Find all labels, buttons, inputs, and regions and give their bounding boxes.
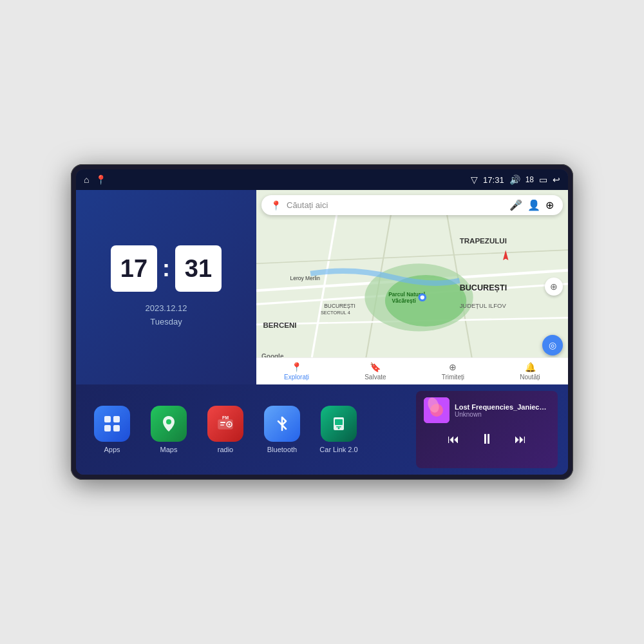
app-icon-apps[interactable]: Apps (86, 406, 138, 453)
status-left-icons: ⌂ 📍 (84, 175, 106, 185)
svg-text:BUCUREȘTI: BUCUREȘTI (324, 303, 355, 309)
explore-label: Explorați (284, 374, 309, 381)
signal-icon: ▽ (471, 175, 478, 185)
saved-label: Salvate (365, 374, 386, 381)
map-nav-explore[interactable]: 📍 Explorați (284, 362, 309, 381)
app-icon-maps[interactable]: Maps (143, 406, 194, 453)
map-location-fab[interactable]: ◎ (542, 335, 563, 355)
svg-rect-31 (220, 424, 224, 426)
maps-label: Maps (160, 446, 178, 453)
send-label: Trimiteți (442, 374, 464, 381)
map-search-placeholder[interactable]: Căutați aici (287, 200, 504, 210)
send-icon: ⊕ (449, 362, 457, 372)
svg-text:Văcărești: Văcărești (392, 298, 415, 304)
bluetooth-label: Bluetooth (267, 446, 297, 453)
bluetooth-icon-bg (264, 406, 300, 442)
svg-rect-35 (336, 426, 341, 428)
status-right-info: ▽ 17:31 🔊 18 ▭ ↩ (471, 175, 560, 185)
map-logo-icon: 📍 (270, 200, 281, 211)
music-title: Lost Frequencies_Janieck Devy-... (455, 403, 550, 411)
apps-label: Apps (104, 446, 120, 453)
music-artist: Unknown (455, 411, 550, 418)
map-layers-icon[interactable]: ⊕ (545, 199, 554, 211)
map-compass[interactable]: ⊕ (545, 278, 563, 296)
map-account-icon[interactable]: 👤 (527, 199, 540, 211)
svg-rect-34 (335, 419, 343, 425)
apps-icon-bg (94, 406, 130, 442)
car-display-device: ⌂ 📍 ▽ 17:31 🔊 18 ▭ ↩ 17 : (71, 164, 573, 480)
battery-icon: ▭ (539, 175, 547, 185)
svg-rect-24 (104, 425, 111, 431)
carlink-icon-bg (321, 406, 357, 442)
status-bar: ⌂ 📍 ▽ 17:31 🔊 18 ▭ ↩ (76, 169, 568, 190)
day-value: Tuesday (145, 316, 187, 329)
svg-point-29 (229, 424, 231, 426)
svg-text:JUDEȚUL ILFOV: JUDEȚUL ILFOV (460, 302, 507, 309)
maps-icon[interactable]: 📍 (95, 175, 106, 185)
clock-hours: 17 (111, 245, 157, 292)
radio-icon-bg: FM (207, 406, 243, 442)
clock-separator: : (162, 255, 170, 282)
svg-text:BUCUREȘTI: BUCUREȘTI (460, 283, 507, 292)
map-search-actions: 🎤 👤 ⊕ (509, 199, 554, 211)
clock-widget: 17 : 31 2023.12.12 Tuesday (76, 190, 256, 384)
main-content: 17 : 31 2023.12.12 Tuesday (76, 190, 568, 475)
svg-text:SECTORUL 4: SECTORUL 4 (321, 310, 350, 316)
volume-icon: 🔊 (509, 175, 520, 185)
clock-display: 17 : 31 (111, 245, 222, 292)
svg-rect-25 (113, 425, 120, 431)
music-info: Lost Frequencies_Janieck Devy-... Unknow… (424, 397, 550, 423)
svg-point-36 (338, 428, 340, 430)
app-icon-radio[interactable]: FM radio (200, 406, 251, 453)
news-icon: 🔔 (525, 362, 536, 372)
svg-text:BERCENI: BERCENI (263, 321, 297, 329)
music-play-button[interactable]: ⏸ (477, 428, 497, 450)
svg-rect-23 (113, 416, 120, 422)
music-album-art (424, 397, 450, 423)
carlink-label: Car Link 2.0 (319, 446, 357, 453)
svg-text:TRAPEZULUI: TRAPEZULUI (460, 237, 507, 245)
apps-grid: Apps Maps (86, 406, 416, 453)
map-voice-icon[interactable]: 🎤 (509, 199, 522, 211)
svg-point-26 (166, 419, 171, 424)
music-text: Lost Frequencies_Janieck Devy-... Unknow… (455, 403, 550, 418)
map-nav-saved[interactable]: 🔖 Salvate (365, 362, 386, 381)
bottom-section: Apps Maps (76, 384, 568, 475)
explore-icon: 📍 (291, 362, 302, 372)
maps-icon-bg (151, 406, 187, 442)
map-widget[interactable]: TRAPEZULUI BUCUREȘTI JUDEȚUL ILFOV BERCE… (256, 190, 568, 384)
music-controls: ⏮ ⏸ ⏭ (424, 428, 550, 450)
clock-minutes: 31 (175, 245, 222, 292)
battery-level: 18 (526, 175, 534, 184)
music-prev-button[interactable]: ⏮ (445, 430, 462, 449)
svg-rect-22 (104, 416, 111, 422)
radio-label: radio (218, 446, 233, 453)
device-screen: ⌂ 📍 ▽ 17:31 🔊 18 ▭ ↩ 17 : (76, 169, 568, 475)
map-bottom-nav: 📍 Explorați 🔖 Salvate ⊕ Trimiteți 🔔 (256, 357, 568, 384)
map-search-bar[interactable]: 📍 Căutați aici 🎤 👤 ⊕ (261, 195, 563, 215)
home-icon[interactable]: ⌂ (84, 175, 89, 185)
back-icon[interactable]: ↩ (553, 175, 560, 185)
top-section: 17 : 31 2023.12.12 Tuesday (76, 190, 568, 384)
news-label: Noutăți (520, 374, 540, 381)
svg-rect-30 (220, 422, 225, 423)
app-icon-bluetooth[interactable]: Bluetooth (256, 406, 308, 453)
music-next-button[interactable]: ⏭ (512, 430, 529, 449)
svg-text:Leroy Merlin: Leroy Merlin (290, 275, 321, 281)
status-time: 17:31 (483, 175, 504, 185)
clock-date: 2023.12.12 Tuesday (145, 302, 187, 329)
svg-text:FM: FM (222, 415, 229, 420)
svg-point-20 (421, 296, 424, 299)
app-icon-carlink[interactable]: Car Link 2.0 (313, 406, 365, 453)
svg-rect-27 (218, 420, 232, 429)
saved-icon: 🔖 (370, 362, 381, 372)
map-nav-send[interactable]: ⊕ Trimiteți (442, 362, 464, 381)
map-nav-news[interactable]: 🔔 Noutăți (520, 362, 540, 381)
music-player: Lost Frequencies_Janieck Devy-... Unknow… (416, 391, 558, 468)
date-value: 2023.12.12 (145, 302, 187, 316)
